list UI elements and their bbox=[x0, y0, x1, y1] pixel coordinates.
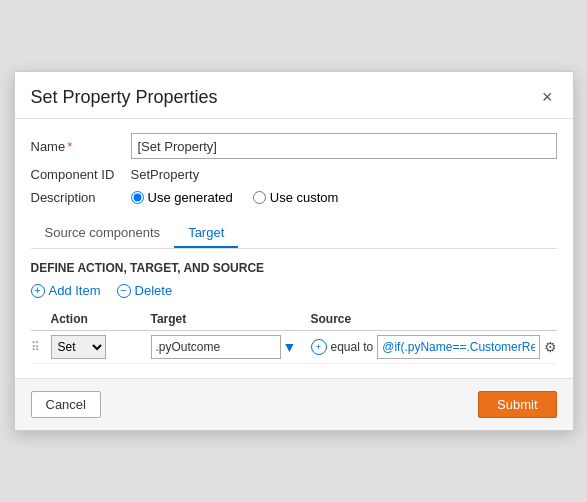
equal-to-label: equal to bbox=[331, 340, 374, 354]
tab-source-components[interactable]: Source components bbox=[31, 219, 175, 248]
gear-icon[interactable]: ⚙ bbox=[544, 339, 557, 355]
component-id-value: SetProperty bbox=[131, 167, 557, 182]
radio-use-generated[interactable]: Use generated bbox=[131, 190, 233, 205]
add-icon: + bbox=[31, 284, 45, 298]
source-input[interactable] bbox=[377, 335, 539, 359]
target-cell: ▼ bbox=[151, 335, 311, 359]
submit-button[interactable]: Submit bbox=[478, 391, 556, 418]
name-label: Name* bbox=[31, 139, 131, 154]
required-star: * bbox=[67, 139, 72, 154]
component-id-row: Component ID SetProperty bbox=[31, 167, 557, 182]
action-cell: Set Clear bbox=[51, 335, 151, 359]
col-target: Target bbox=[151, 312, 311, 326]
tabs-section: Source components Target bbox=[31, 219, 557, 249]
table-container: Action Target Source ⠿ Set Clear ▼ bbox=[31, 308, 557, 364]
component-id-label: Component ID bbox=[31, 167, 131, 182]
action-bar: + Add Item − Delete bbox=[31, 283, 557, 298]
delete-icon: − bbox=[117, 284, 131, 298]
description-label: Description bbox=[31, 190, 131, 205]
description-radio-group: Use generated Use custom bbox=[131, 190, 557, 205]
col-source: Source bbox=[311, 312, 557, 326]
cancel-button[interactable]: Cancel bbox=[31, 391, 101, 418]
description-row: Description Use generated Use custom bbox=[31, 190, 557, 205]
name-row: Name* bbox=[31, 133, 557, 159]
dialog-title: Set Property Properties bbox=[31, 87, 218, 108]
target-input[interactable] bbox=[151, 335, 281, 359]
tabs: Source components Target bbox=[31, 219, 557, 248]
dialog-header: Set Property Properties × bbox=[15, 72, 573, 119]
source-cell: + equal to ⚙ bbox=[311, 335, 557, 359]
dialog-body: Name* Component ID SetProperty Descripti… bbox=[15, 119, 573, 378]
col-action: Action bbox=[51, 312, 151, 326]
radio-use-custom[interactable]: Use custom bbox=[253, 190, 339, 205]
tab-target[interactable]: Target bbox=[174, 219, 238, 248]
name-input[interactable] bbox=[131, 133, 557, 159]
dialog-footer: Cancel Submit bbox=[15, 378, 573, 430]
delete-button[interactable]: − Delete bbox=[117, 283, 173, 298]
source-plus-icon[interactable]: + bbox=[311, 339, 327, 355]
drag-handle[interactable]: ⠿ bbox=[31, 340, 51, 354]
target-arrow-icon[interactable]: ▼ bbox=[283, 339, 297, 355]
table-header: Action Target Source bbox=[31, 308, 557, 331]
set-property-dialog: Set Property Properties × Name* Componen… bbox=[14, 71, 574, 431]
close-button[interactable]: × bbox=[538, 86, 557, 108]
section-label: DEFINE ACTION, TARGET, AND SOURCE bbox=[31, 261, 557, 275]
action-select[interactable]: Set Clear bbox=[51, 335, 106, 359]
add-item-button[interactable]: + Add Item bbox=[31, 283, 101, 298]
table-row: ⠿ Set Clear ▼ + equal to bbox=[31, 331, 557, 364]
